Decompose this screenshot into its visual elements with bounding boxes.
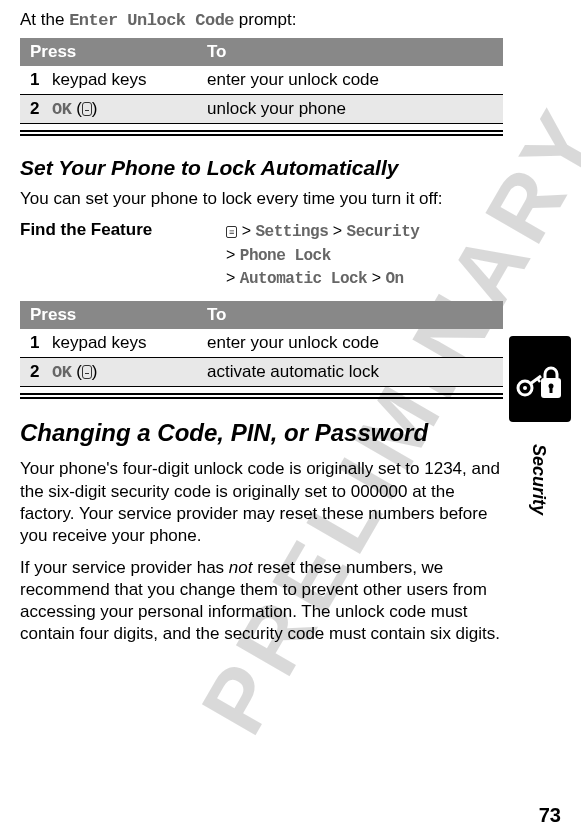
table-row: 1 keypad keys enter your unlock code — [20, 66, 503, 95]
step-number: 2 — [20, 357, 42, 386]
lcd-prompt: Enter Unlock Code — [69, 11, 234, 30]
to-header: To — [197, 301, 503, 329]
paren-close: ) — [92, 99, 98, 118]
to-cell: enter your unlock code — [197, 66, 503, 95]
path-auto-lock: Automatic Lock — [240, 270, 367, 288]
para2-not: not — [229, 558, 253, 577]
intro-suffix: prompt: — [234, 10, 296, 29]
sep: > — [328, 222, 346, 239]
press-header: Press — [20, 38, 197, 66]
to-cell: activate automatic lock — [197, 357, 503, 386]
table-row: 2 OK () activate automatic lock — [20, 357, 503, 386]
path-settings: Settings — [256, 223, 329, 241]
paren-open: ( — [71, 99, 81, 118]
press-cell: keypad keys — [42, 66, 197, 95]
press-cell: OK () — [42, 357, 197, 386]
divider — [20, 134, 503, 136]
table-header-row: Press To — [20, 38, 503, 66]
table-header-row: Press To — [20, 301, 503, 329]
steps-table-2: Press To 1 keypad keys enter your unlock… — [20, 301, 503, 387]
step-number: 1 — [20, 329, 42, 358]
sep: > — [237, 222, 255, 239]
divider — [20, 130, 503, 132]
divider — [20, 397, 503, 399]
to-cell: unlock your phone — [197, 95, 503, 124]
paren-open: ( — [71, 362, 81, 381]
divider — [20, 393, 503, 395]
soft-key-icon — [82, 365, 92, 379]
paren-close: ) — [92, 362, 98, 381]
heading-changing-code: Changing a Code, PIN, or Password — [20, 419, 503, 447]
to-header: To — [197, 38, 503, 66]
press-header: Press — [20, 301, 197, 329]
step-number: 2 — [20, 95, 42, 124]
page-content: At the Enter Unlock Code prompt: Press T… — [0, 0, 581, 665]
intro-line: At the Enter Unlock Code prompt: — [20, 10, 503, 30]
feature-label: Find the Feature — [20, 220, 226, 240]
soft-key-icon — [82, 102, 92, 116]
sep: > — [367, 269, 385, 286]
subheading-auto-lock: Set Your Phone to Lock Automatically — [20, 156, 503, 180]
to-cell: enter your unlock code — [197, 329, 503, 358]
steps-table-1: Press To 1 keypad keys enter your unlock… — [20, 38, 503, 124]
path-phone-lock: Phone Lock — [240, 247, 331, 265]
feature-path: ≡ > Settings > Security > Phone Lock > A… — [226, 220, 419, 291]
intro-prefix: At the — [20, 10, 69, 29]
press-cell: keypad keys — [42, 329, 197, 358]
sep: > — [226, 269, 240, 286]
step-number: 1 — [20, 66, 42, 95]
paragraph-2: If your service provider has not reset t… — [20, 557, 503, 645]
table-row: 1 keypad keys enter your unlock code — [20, 329, 503, 358]
sub-intro-text: You can set your phone to lock every tim… — [20, 188, 503, 210]
page-number: 73 — [539, 804, 561, 827]
table-row: 2 OK () unlock your phone — [20, 95, 503, 124]
press-cell: OK () — [42, 95, 197, 124]
path-on: On — [385, 270, 403, 288]
paragraph-1: Your phone's four-digit unlock code is o… — [20, 458, 503, 546]
para2-prefix: If your service provider has — [20, 558, 229, 577]
ok-label: OK — [52, 363, 71, 382]
sep: > — [226, 246, 240, 263]
path-security: Security — [347, 223, 420, 241]
ok-label: OK — [52, 100, 71, 119]
menu-icon: ≡ — [226, 226, 237, 238]
find-the-feature: Find the Feature ≡ > Settings > Security… — [20, 220, 503, 291]
